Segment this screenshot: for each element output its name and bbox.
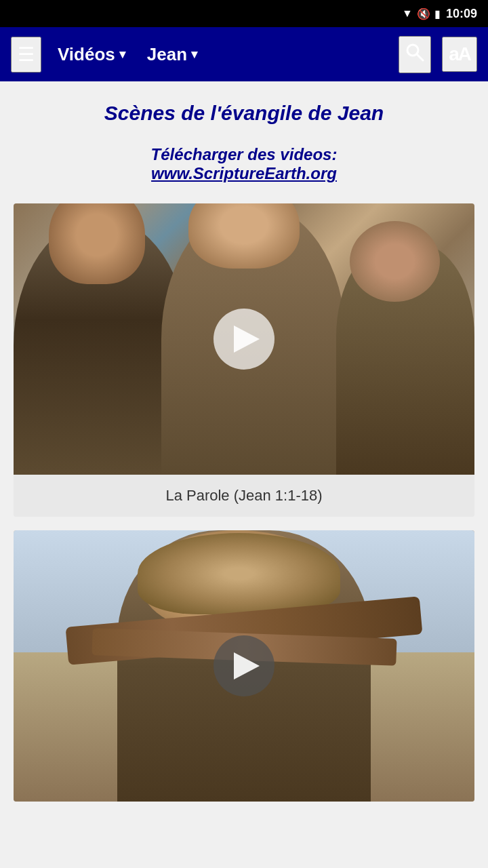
download-link[interactable]: www.ScriptureEarth.org (14, 164, 474, 183)
font-size-button[interactable]: aA (442, 37, 477, 72)
svg-line-1 (417, 54, 423, 60)
search-button[interactable] (399, 36, 431, 73)
video-thumbnail-1[interactable] (14, 203, 474, 475)
search-icon (405, 43, 424, 62)
status-icons: ▼ 🔇 ▮ (402, 7, 441, 20)
wifi-icon: ▼ (402, 7, 413, 20)
videos-dropdown-arrow: ▾ (119, 47, 125, 62)
jean-dropdown-button[interactable]: Jean ▾ (142, 41, 203, 68)
status-time: 10:09 (446, 7, 477, 21)
signal-icon: 🔇 (417, 7, 430, 20)
play-icon-1 (234, 326, 260, 353)
status-bar: ▼ 🔇 ▮ 10:09 (0, 0, 488, 27)
video-card-2 (14, 530, 474, 802)
video-thumbnail-2[interactable] (14, 530, 474, 802)
play-button-2[interactable] (214, 635, 274, 696)
main-content: Scènes de l'évangile de Jean Télécharger… (0, 81, 488, 829)
hair-overlay (138, 533, 340, 614)
videos-label: Vidéos (58, 44, 115, 65)
page-title: Scènes de l'évangile de Jean (14, 102, 474, 125)
play-button-1[interactable] (214, 309, 274, 370)
download-section: Télécharger des videos: www.ScriptureEar… (14, 145, 474, 183)
jean-dropdown-arrow: ▾ (191, 47, 197, 62)
video-card-1: La Parole (Jean 1:1-18) (14, 203, 474, 517)
navbar: ☰ Vidéos ▾ Jean ▾ aA (0, 27, 488, 81)
video-caption-1: La Parole (Jean 1:1-18) (14, 475, 474, 517)
jean-label: Jean (147, 44, 187, 65)
hamburger-menu-button[interactable]: ☰ (11, 37, 41, 73)
play-icon-2 (234, 652, 260, 679)
battery-icon: ▮ (434, 7, 441, 20)
videos-dropdown-button[interactable]: Vidéos ▾ (52, 41, 131, 68)
download-text: Télécharger des videos: (151, 145, 338, 163)
person-figure-3 (336, 244, 474, 475)
